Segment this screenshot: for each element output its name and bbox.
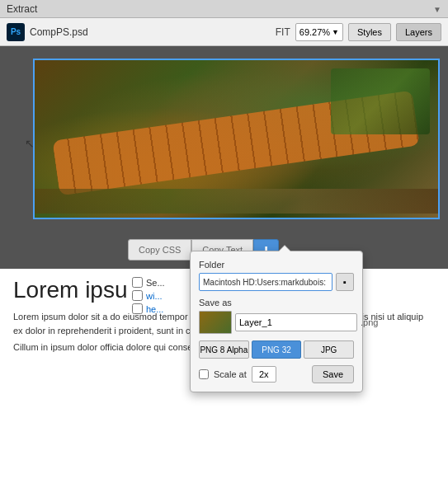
collapse-icon: ▼	[433, 5, 441, 14]
scale-label: Scale at	[214, 369, 247, 379]
layer-thumbnail	[199, 311, 232, 334]
zoom-select[interactable]: 69.27% ▼	[295, 23, 343, 41]
title-bar: Extract ▼	[0, 0, 448, 18]
toolbar: Ps CompPS.psd FIT 69.27% ▼ Styles Layers	[0, 18, 448, 46]
format-jpg-button[interactable]: JPG	[304, 340, 354, 359]
scale-row: Scale at Save	[199, 365, 354, 383]
layers-button[interactable]: Layers	[396, 23, 441, 41]
cursor-arrow: ↖	[25, 137, 35, 147]
scale-value-input[interactable]	[252, 366, 276, 383]
folder-label: Folder	[199, 260, 354, 270]
format-png8-button[interactable]: PNG 8 Alpha	[199, 340, 249, 359]
fit-label: FIT	[276, 26, 290, 38]
title-bar-collapse[interactable]: ▼	[433, 3, 441, 15]
format-png32-button[interactable]: PNG 32	[252, 340, 302, 359]
save-as-label: Save as	[199, 298, 354, 308]
folder-browse-button[interactable]: ▪	[336, 273, 354, 291]
filename-label: CompPS.psd	[30, 26, 88, 38]
zoom-value: 69.27%	[299, 27, 330, 37]
checkbox-row-1: Se...	[132, 277, 165, 288]
canvas-image-wrapper	[33, 59, 440, 219]
folder-path-input[interactable]	[199, 273, 332, 291]
save-final-button[interactable]: Save	[312, 365, 354, 383]
checkbox-row-3: he...	[132, 303, 165, 314]
scale-checkbox[interactable]	[199, 369, 209, 379]
format-row: PNG 8 Alpha PNG 32 JPG	[199, 340, 354, 359]
checkbox-label-1: Se...	[146, 278, 165, 288]
zoom-chevron-icon: ▼	[332, 28, 339, 36]
download-popup: Folder ▪ Save as .png PNG 8 Alpha PNG 32…	[190, 251, 363, 392]
styles-button[interactable]: Styles	[348, 23, 391, 41]
canvas-image	[35, 60, 438, 218]
checkbox-2[interactable]	[132, 290, 143, 301]
file-extension: .png	[361, 317, 378, 327]
checkbox-label-2: wi...	[146, 291, 163, 301]
main-area: ↖ Copy CSS Copy Text ⬇	[0, 46, 448, 493]
popup-arrow	[278, 245, 291, 251]
checkbox-3[interactable]	[132, 303, 143, 314]
checkbox-1[interactable]	[132, 277, 143, 288]
title-bar-text: Extract	[7, 3, 37, 15]
save-as-row: .png	[199, 311, 354, 334]
folder-icon: ▪	[343, 277, 347, 287]
checkbox-row-2: wi...	[132, 290, 165, 301]
layer-name-input[interactable]	[235, 313, 357, 331]
checkbox-items: Se... wi... he...	[132, 277, 165, 317]
checkbox-label-3: he...	[146, 304, 163, 314]
ps-logo: Ps	[7, 23, 25, 41]
copy-css-button[interactable]: Copy CSS	[128, 239, 191, 261]
folder-input-row: ▪	[199, 273, 354, 291]
